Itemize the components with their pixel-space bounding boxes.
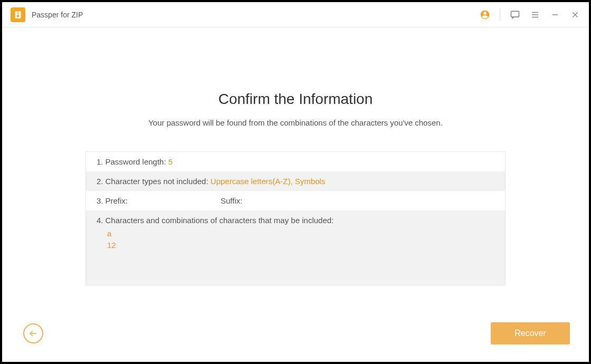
account-icon[interactable]: [480, 9, 490, 20]
titlebar-controls: [480, 9, 580, 21]
app-zip-icon: [11, 7, 25, 22]
svg-rect-5: [511, 11, 519, 17]
row-number: 3.: [97, 196, 103, 205]
info-summary-box: 1.Password length: 5 2.Character types n…: [85, 151, 506, 285]
row-label: Characters and combinations of character…: [106, 216, 334, 225]
row-number: 2.: [97, 177, 103, 186]
row-char-types-excluded: 2.Character types not included: Uppercas…: [86, 171, 505, 191]
svg-rect-4: [17, 15, 19, 17]
row-label: Password length:: [106, 157, 168, 166]
feedback-icon[interactable]: [510, 9, 520, 20]
app-title: Passper for ZIP: [32, 11, 83, 19]
svg-rect-2: [17, 12, 19, 13]
combinations-list: a 12: [97, 225, 494, 280]
combination-item: a: [107, 228, 494, 240]
row-number: 1.: [97, 157, 103, 166]
bottom-bar: Recover: [2, 312, 589, 362]
row-password-length: 1.Password length: 5: [86, 152, 505, 171]
minimize-icon[interactable]: [550, 9, 560, 20]
row-value: 5: [168, 157, 173, 166]
combination-item: 12: [107, 240, 494, 251]
app-window: Passper for ZIP: [2, 2, 589, 362]
suffix-label: Suffix:: [221, 196, 242, 205]
row-prefix-suffix: 3.Prefix: Suffix:: [86, 191, 505, 210]
page-title: Confirm the Information: [218, 91, 373, 108]
svg-rect-1: [17, 11, 19, 12]
back-button[interactable]: [23, 323, 43, 343]
row-number: 4.: [97, 216, 103, 225]
titlebar: Passper for ZIP: [2, 2, 589, 27]
prefix-label: Prefix:: [106, 196, 128, 205]
page-subtitle: Your password will be found from the com…: [148, 118, 443, 127]
row-value: Uppercase letters(A-Z), Symbols: [211, 177, 326, 186]
menu-icon[interactable]: [530, 9, 540, 20]
row-combinations: 4.Characters and combinations of charact…: [86, 210, 505, 285]
close-icon[interactable]: [570, 9, 580, 20]
svg-rect-3: [17, 13, 19, 14]
content-area: Confirm the Information Your password wi…: [2, 27, 589, 362]
recover-button[interactable]: Recover: [491, 322, 570, 344]
titlebar-divider: [500, 9, 500, 21]
arrow-left-icon: [28, 328, 39, 339]
row-label: Character types not included:: [106, 177, 211, 186]
